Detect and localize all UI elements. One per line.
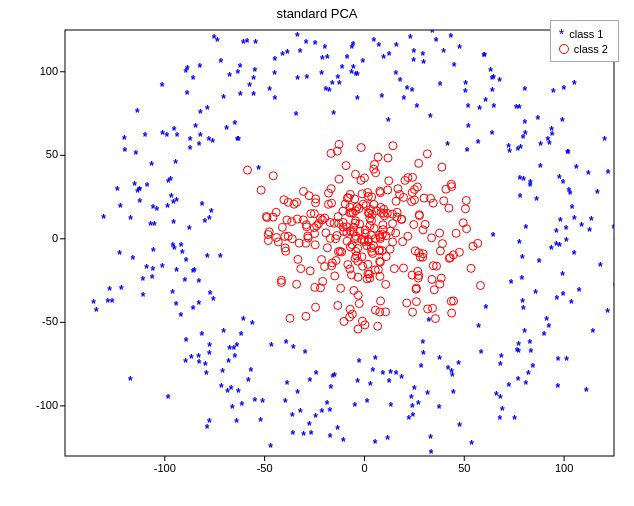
chart-container: standard PCA * class 1 class 2 [0, 0, 634, 506]
class1-icon: * [559, 27, 564, 41]
class2-label: class 2 [574, 43, 608, 55]
legend-item-class2: class 2 [559, 43, 608, 55]
chart-title: standard PCA [0, 6, 634, 21]
legend-item-class1: * class 1 [559, 27, 608, 41]
legend: * class 1 class 2 [550, 20, 619, 62]
class2-icon [559, 44, 569, 54]
class1-label: class 1 [569, 28, 603, 40]
